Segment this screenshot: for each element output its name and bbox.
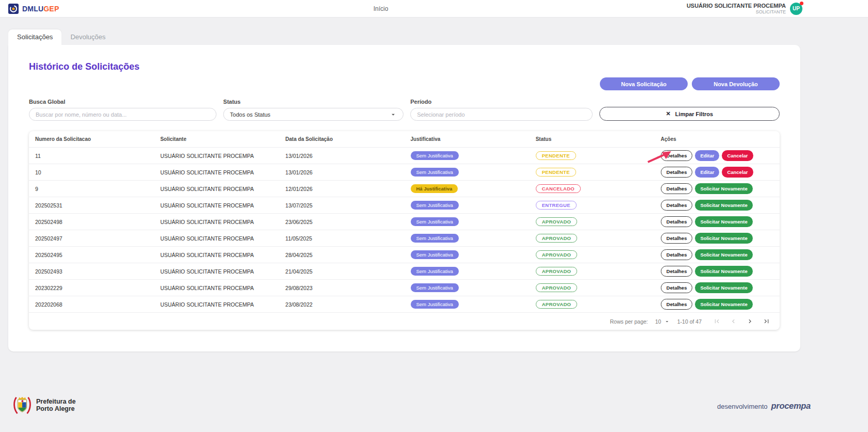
cell-actions: DetalhesEditarCancelar (655, 167, 780, 178)
last-page-button[interactable] (763, 317, 770, 325)
detalhes-button[interactable]: Detalhes (661, 216, 693, 227)
tab-bar: Solicitações Devoluções (8, 29, 800, 45)
global-search-label: Busca Global (29, 99, 216, 105)
x-icon: ✕ (666, 110, 671, 117)
solicitar-button[interactable]: Solicitar Novamente (695, 266, 752, 277)
cell-actions: DetalhesSolicitar Novamente (655, 183, 780, 194)
cell-request-number: 11 (29, 153, 154, 159)
status-select[interactable]: Todos os Status (223, 108, 404, 121)
cell-request-date: 11/05/2025 (279, 235, 404, 242)
solicitar-button[interactable]: Solicitar Novamente (695, 183, 752, 194)
detalhes-button[interactable]: Detalhes (661, 249, 693, 260)
dmlu-emblem-icon (8, 4, 19, 14)
detalhes-button[interactable]: Detalhes (661, 200, 693, 211)
detalhes-button[interactable]: Detalhes (661, 233, 693, 244)
editar-button[interactable]: Editar (695, 150, 719, 161)
justification-badge: Sem Justificativa (411, 300, 459, 309)
cell-actions: DetalhesSolicitar Novamente (655, 216, 780, 227)
tab-devolucoes[interactable]: Devoluções (61, 29, 114, 45)
period-input[interactable] (410, 108, 593, 121)
cell-requester: USUÁRIO SOLICITANTE PROCEMPA (154, 202, 279, 209)
detalhes-button[interactable]: Detalhes (661, 282, 693, 293)
cell-request-number: 202302229 (29, 285, 154, 291)
procempa-logo-text: procempa (771, 401, 811, 411)
footer-city-line1: Prefeitura de (36, 398, 75, 406)
requests-table: Numero da Solicitacao Solicitante Data d… (29, 131, 780, 330)
solicitar-button[interactable]: Solicitar Novamente (695, 249, 752, 260)
status-badge: APROVADO (536, 267, 578, 276)
table-row: 202502531USUÁRIO SOLICITANTE PROCEMPA13/… (29, 197, 780, 213)
detalhes-button[interactable]: Detalhes (661, 150, 693, 161)
cancelar-button[interactable]: Cancelar (722, 167, 753, 178)
table-row: 11USUÁRIO SOLICITANTE PROCEMPA13/01/2026… (29, 147, 780, 164)
cell-actions: DetalhesSolicitar Novamente (655, 249, 780, 260)
tab-solicitacoes[interactable]: Solicitações (8, 29, 61, 45)
detalhes-button[interactable]: Detalhes (661, 299, 693, 310)
column-header-justificativa: Justificativa (405, 136, 530, 142)
cell-request-date: 13/01/2026 (279, 169, 404, 175)
status-badge: PENDENTE (536, 151, 576, 160)
cell-request-number: 202502497 (29, 235, 154, 242)
justification-badge: Sem Justificativa (411, 234, 459, 243)
period-filter-label: Período (410, 99, 593, 105)
pagination-bar: Rows per page: 10 1-10 of 47 (29, 312, 780, 330)
nav-link-inicio[interactable]: Início (374, 5, 389, 12)
cell-requester: USUÁRIO SOLICITANTE PROCEMPA (154, 285, 279, 291)
detalhes-button[interactable]: Detalhes (661, 183, 693, 194)
cell-request-number: 202502493 (29, 268, 154, 275)
cell-requester: USUÁRIO SOLICITANTE PROCEMPA (154, 169, 279, 175)
cell-request-date: 29/08/2023 (279, 285, 404, 291)
avatar-initials: UP (793, 6, 800, 11)
table-row: 202302229USUÁRIO SOLICITANTE PROCEMPA29/… (29, 279, 780, 296)
justification-badge: Sem Justificativa (411, 168, 459, 177)
chevron-left-icon (730, 317, 737, 325)
table-header-row: Numero da Solicitacao Solicitante Data d… (29, 131, 780, 147)
nova-solicitacao-button[interactable]: Nova Solicitação (600, 77, 688, 90)
table-row: 202502498USUÁRIO SOLICITANTE PROCEMPA23/… (29, 213, 780, 230)
cell-request-date: 28/04/2025 (279, 252, 404, 258)
last-page-icon (763, 317, 770, 325)
cell-request-date: 13/07/2025 (279, 202, 404, 209)
global-search-input[interactable] (29, 108, 216, 121)
column-header-solicitante: Solicitante (154, 136, 279, 142)
table-body: 11USUÁRIO SOLICITANTE PROCEMPA13/01/2026… (29, 147, 780, 312)
prefeitura-brand: Prefeitura de Porto Alegre (12, 395, 75, 417)
previous-page-button[interactable] (730, 317, 737, 325)
cell-request-number: 202502531 (29, 202, 154, 209)
column-header-status: Status (530, 136, 655, 142)
cell-requester: USUÁRIO SOLICITANTE PROCEMPA (154, 153, 279, 159)
rows-per-page-select[interactable]: 10 (655, 318, 670, 325)
solicitar-button[interactable]: Solicitar Novamente (695, 216, 752, 227)
table-row: 202502493USUÁRIO SOLICITANTE PROCEMPA21/… (29, 263, 780, 279)
cell-request-number: 202502498 (29, 219, 154, 225)
cancelar-button[interactable]: Cancelar (722, 150, 753, 161)
solicitar-button[interactable]: Solicitar Novamente (695, 282, 752, 293)
pagination-range: 1-10 of 47 (677, 318, 702, 325)
column-header-data: Data da Solicitação (279, 136, 404, 142)
status-badge: CANCELADO (536, 184, 581, 193)
detalhes-button[interactable]: Detalhes (661, 167, 693, 178)
cell-actions: DetalhesSolicitar Novamente (655, 266, 780, 277)
detalhes-button[interactable]: Detalhes (661, 266, 693, 277)
solicitar-button[interactable]: Solicitar Novamente (695, 233, 752, 244)
cell-requester: USUÁRIO SOLICITANTE PROCEMPA (154, 268, 279, 275)
next-page-button[interactable] (746, 317, 754, 325)
table-row: 9USUÁRIO SOLICITANTE PROCEMPA12/01/2026H… (29, 180, 780, 197)
nova-devolucao-button[interactable]: Nova Devolução (692, 77, 780, 90)
footer-city-line2: Porto Alegre (36, 406, 75, 413)
first-page-button[interactable] (713, 317, 721, 325)
editar-button[interactable]: Editar (695, 167, 719, 178)
rows-per-page-value: 10 (655, 318, 661, 325)
solicitar-button[interactable]: Solicitar Novamente (695, 200, 752, 211)
solicitar-button[interactable]: Solicitar Novamente (695, 299, 752, 310)
table-row: 202502497USUÁRIO SOLICITANTE PROCEMPA11/… (29, 230, 780, 246)
status-badge: APROVADO (536, 217, 578, 226)
cell-requester: USUÁRIO SOLICITANTE PROCEMPA (154, 219, 279, 225)
limpar-filtros-button[interactable]: ✕ Limpar Filtros (599, 107, 780, 121)
avatar[interactable]: UP (790, 3, 802, 15)
filters-bar: Busca Global Status Todos os Status Perí… (29, 99, 780, 121)
cell-request-date: 13/01/2026 (279, 153, 404, 159)
user-box: USUÁRIO SOLICITANTE PROCEMPA SOLICITANTE… (687, 3, 802, 15)
cell-request-date: 12/01/2026 (279, 186, 404, 192)
cell-actions: DetalhesSolicitar Novamente (655, 299, 780, 310)
